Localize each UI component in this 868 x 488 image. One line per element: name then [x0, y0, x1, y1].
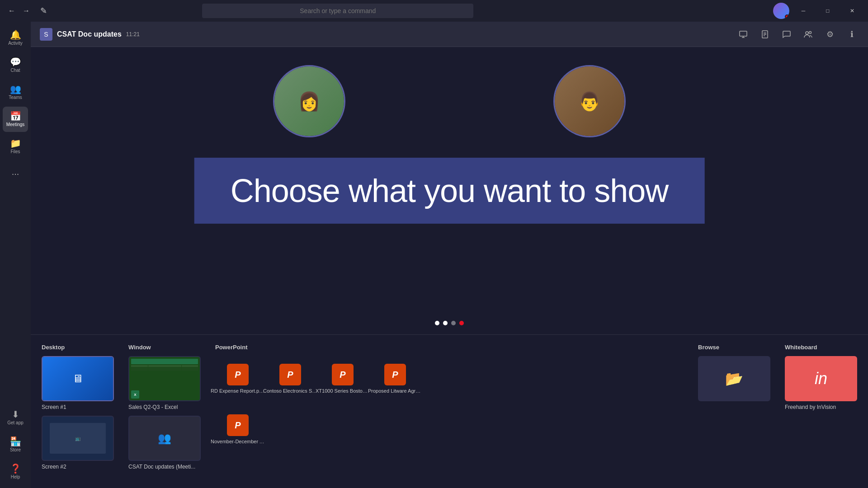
screen1-label: Screen #1: [42, 404, 66, 410]
participants-button[interactable]: [801, 27, 816, 42]
ppt-badge-november: P: [227, 414, 249, 436]
meetings-icon: 📅: [10, 112, 21, 121]
sidebar-item-label-meetings: Meetings: [6, 122, 25, 127]
sidebar-item-label-files: Files: [10, 149, 20, 154]
participant-right-avatar: 👨: [555, 66, 624, 136]
sidebar-item-store[interactable]: 🏪 Store: [3, 432, 28, 457]
screen2-label: Screen #2: [42, 464, 66, 470]
share-panel: Desktop 🖥 Screen #1: [31, 334, 868, 488]
overlay-banner: Choose what you want to show: [194, 158, 705, 224]
share-section-desktop: Desktop 🖥 Screen #1: [42, 344, 114, 479]
nav-dot-2[interactable]: [443, 321, 448, 325]
browse-thumb: 📂: [698, 356, 770, 401]
overlay-banner-text: Choose what you want to show: [231, 172, 669, 209]
ppt-item-contoso[interactable]: P Contoso Electronics Sales...: [268, 356, 313, 401]
nav-dot-1[interactable]: [435, 321, 439, 325]
nav-dot-3[interactable]: [451, 321, 456, 325]
share-item-screen2[interactable]: 📺 Screen #2: [42, 416, 114, 470]
content-area: S CSAT Doc updates 11:21 ⚙ ℹ: [31, 22, 868, 488]
ppt-label-november: November-December Ad...: [211, 439, 265, 444]
avatar-button[interactable]: [773, 3, 789, 19]
ppt-label-xt1000: XT1000 Series Boston.pptx: [316, 388, 370, 394]
ppt-label-rd: RD Expense Report.pptx: [211, 388, 265, 394]
meeting-time: 11:21: [126, 31, 140, 38]
share-item-freehand[interactable]: in Freehand by InVision: [785, 356, 857, 410]
ppt-item-rd-expense[interactable]: P RD Expense Report.pptx: [215, 356, 260, 401]
screen1-thumb: 🖥: [42, 356, 114, 401]
share-item-browse[interactable]: 📂: [698, 356, 770, 404]
getapp-icon: ⬇: [12, 410, 19, 419]
participants-row: 👩 👨: [31, 47, 868, 137]
ppt-label-proposed: Proposed Litware Agree...: [368, 388, 422, 394]
avatar-status-badge: [785, 14, 789, 19]
share-section-powerpoint: PowerPoint P RD Expense Report.pptx P: [215, 344, 418, 479]
share-item-screen1[interactable]: 🖥 Screen #1: [42, 356, 114, 410]
ppt-section-items: P RD Expense Report.pptx P Contoso Elect…: [215, 356, 418, 452]
sidebar-item-meetings[interactable]: 📅 Meetings: [3, 107, 28, 132]
sidebar-item-label-help: Help: [11, 474, 20, 479]
csat-teams-label: CSAT Doc updates (Meeti...: [128, 464, 195, 470]
ppt-label-contoso: Contoso Electronics Sales...: [263, 388, 317, 394]
meeting-header-actions: ⚙ ℹ: [736, 27, 859, 42]
main-layout: 🔔 Activity 💬 Chat 👥 Teams 📅 Meetings 📁 F…: [0, 22, 868, 488]
share-item-sales-excel[interactable]: X Sales Q2-Q3 - Excel: [128, 356, 201, 410]
screen2-thumb: 📺: [42, 416, 114, 461]
ppt-item-proposed[interactable]: P Proposed Litware Agree...: [373, 356, 418, 401]
share-screen-button[interactable]: [736, 27, 750, 42]
teams-icon: 👥: [10, 84, 21, 94]
chat-button[interactable]: [779, 27, 794, 42]
back-button[interactable]: ←: [5, 5, 18, 17]
freehand-logo: in: [815, 369, 827, 388]
title-bar-right: ─ □ ✕: [773, 3, 863, 19]
compose-button[interactable]: ✎: [36, 4, 51, 18]
share-item-csat-teams[interactable]: 👥 CSAT Doc updates (Meeti...: [128, 416, 201, 470]
sidebar-item-files[interactable]: 📁 Files: [3, 134, 28, 159]
window-items: X Sales Q2-Q3 - Excel 👥 CSAT Doc updates…: [128, 356, 201, 470]
sidebar-item-getapp[interactable]: ⬇ Get app: [3, 405, 28, 430]
ppt-badge-contoso: P: [279, 364, 301, 385]
spacer: [432, 344, 684, 479]
sidebar: 🔔 Activity 💬 Chat 👥 Teams 📅 Meetings 📁 F…: [0, 22, 31, 488]
ppt-item-xt1000[interactable]: P XT1000 Series Boston.pptx: [320, 356, 365, 401]
ppt-badge-rd: P: [227, 364, 249, 385]
share-area: 👩 👨 Choose what you want to show: [31, 47, 868, 334]
maximize-button[interactable]: □: [817, 4, 838, 18]
chat-icon: 💬: [10, 57, 21, 66]
sidebar-item-activity[interactable]: 🔔 Activity: [3, 25, 28, 51]
participant-left: 👩: [273, 65, 345, 137]
excel-badge: X: [131, 390, 139, 399]
ppt-badge-xt1000: P: [332, 364, 354, 385]
screen2-preview: 📺: [42, 417, 113, 460]
sidebar-item-teams[interactable]: 👥 Teams: [3, 80, 28, 105]
skype-icon: S: [40, 28, 52, 41]
sales-excel-label: Sales Q2-Q3 - Excel: [128, 404, 178, 410]
sidebar-item-help[interactable]: ❓ Help: [3, 459, 28, 484]
sales-excel-thumb: X: [128, 356, 201, 401]
meeting-notes-button[interactable]: [758, 27, 772, 42]
close-button[interactable]: ✕: [842, 4, 863, 18]
activity-icon: 🔔: [10, 30, 21, 39]
info-button[interactable]: ℹ: [844, 27, 859, 42]
nav-dot-4[interactable]: [459, 321, 464, 325]
sidebar-item-label-store: Store: [10, 447, 21, 452]
store-icon: 🏪: [10, 437, 21, 446]
participant-right: 👨: [553, 65, 626, 137]
minimize-button[interactable]: ─: [793, 4, 814, 18]
svg-point-7: [806, 32, 808, 34]
meeting-title: CSAT Doc updates: [57, 30, 122, 38]
screen1-preview: 🖥: [42, 357, 113, 400]
settings-button[interactable]: ⚙: [823, 27, 837, 42]
search-input[interactable]: [202, 4, 473, 18]
sidebar-item-chat[interactable]: 💬 Chat: [3, 52, 28, 78]
forward-button[interactable]: →: [20, 5, 33, 17]
sidebar-item-more[interactable]: ···: [3, 161, 28, 186]
help-icon: ❓: [10, 464, 21, 473]
window-section-title: Window: [128, 344, 201, 351]
sidebar-item-label-chat: Chat: [10, 68, 20, 73]
excel-preview: [129, 357, 200, 400]
sidebar-bottom: ⬇ Get app 🏪 Store ❓ Help: [3, 405, 28, 484]
screen1-icon: 🖥: [72, 372, 83, 385]
ppt-item-november[interactable]: P November-December Ad...: [215, 407, 260, 452]
freehand-label: Freehand by InVision: [785, 404, 836, 410]
desktop-section-title: Desktop: [42, 344, 114, 351]
